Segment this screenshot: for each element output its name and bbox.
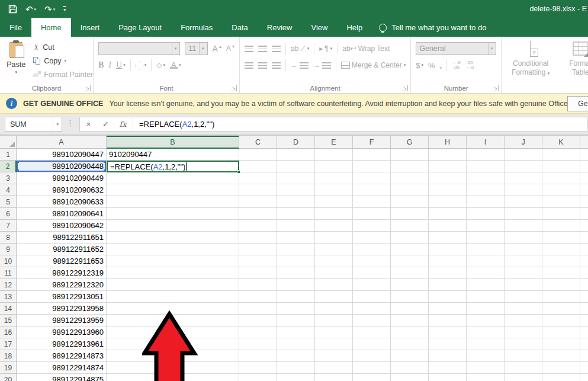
cell-H3[interactable]	[429, 172, 467, 184]
cell-K11[interactable]	[542, 267, 580, 279]
cell-F11[interactable]	[353, 267, 391, 279]
bold-button[interactable]: B	[98, 60, 104, 70]
row-header-2[interactable]: 2	[0, 161, 17, 172]
cell-H5[interactable]	[429, 196, 467, 208]
cell-H4[interactable]	[429, 184, 467, 196]
cell-J13[interactable]	[505, 291, 542, 303]
cell-H9[interactable]	[429, 244, 467, 255]
conditional-formatting-button[interactable]: ≠ Conditional Formatting ▾	[507, 40, 554, 93]
cell-F10[interactable]	[353, 255, 391, 267]
cell-E17[interactable]	[315, 338, 353, 350]
column-header-E[interactable]: E	[315, 136, 353, 149]
cell-A13[interactable]: 989122913051	[17, 291, 107, 303]
cell-I20[interactable]	[467, 374, 505, 381]
orientation-button[interactable]: ab⟋▾	[291, 44, 309, 53]
cell-H1[interactable]	[429, 149, 467, 161]
top-align-icon[interactable]	[245, 46, 253, 52]
cell-G8[interactable]	[391, 232, 429, 244]
cell-B5[interactable]	[107, 196, 239, 208]
number-format-select[interactable]: General▾	[416, 42, 496, 55]
increase-indent-button[interactable]: →	[313, 61, 331, 69]
cell-D16[interactable]	[277, 326, 315, 338]
cancel-icon[interactable]: ×	[80, 120, 97, 129]
cell-H11[interactable]	[429, 267, 467, 279]
cell-G20[interactable]	[391, 374, 429, 381]
cell-G1[interactable]	[391, 149, 429, 161]
cell-B12[interactable]	[107, 279, 239, 291]
cell-E5[interactable]	[315, 196, 353, 208]
cell-E18[interactable]	[315, 350, 353, 362]
tab-review[interactable]: Review	[258, 18, 302, 37]
grow-font-button[interactable]: A▴	[213, 44, 221, 53]
cell-F8[interactable]	[353, 232, 391, 244]
cell-C11[interactable]	[239, 267, 277, 279]
cell-B7[interactable]	[107, 220, 239, 232]
cell-E8[interactable]	[315, 232, 353, 244]
cell-B1[interactable]: 9102090447	[107, 149, 239, 161]
cell-J8[interactable]	[505, 232, 542, 244]
cell-J9[interactable]	[505, 244, 542, 255]
cell-D8[interactable]	[277, 232, 315, 244]
tab-view[interactable]: View	[301, 18, 337, 37]
cell-J12[interactable]	[505, 279, 542, 291]
cell-I7[interactable]	[467, 220, 505, 232]
row-header-10[interactable]: 10	[0, 255, 17, 267]
cell-B2[interactable]: =REPLACE(A2,1,2,"")	[107, 161, 239, 172]
cell-B8[interactable]	[107, 232, 239, 244]
cell-C20[interactable]	[239, 374, 277, 381]
tab-formulas[interactable]: Formulas	[171, 18, 222, 37]
cell-H2[interactable]	[429, 161, 467, 172]
row-header-11[interactable]: 11	[0, 267, 17, 279]
cell-J14[interactable]	[505, 303, 542, 315]
cell-H18[interactable]	[429, 350, 467, 362]
cell-D20[interactable]	[277, 374, 315, 381]
cell-D14[interactable]	[277, 303, 315, 315]
increase-decimal-button[interactable]: ←.0.00	[452, 60, 461, 70]
cell-A4[interactable]: 989102090632	[17, 184, 107, 196]
cell-C13[interactable]	[239, 291, 277, 303]
cell-A2[interactable]: 989102090448	[17, 161, 107, 172]
cell-J17[interactable]	[505, 338, 542, 350]
cell-H12[interactable]	[429, 279, 467, 291]
cell-C9[interactable]	[239, 244, 277, 255]
row-header-12[interactable]: 12	[0, 279, 17, 291]
cell-B3[interactable]	[107, 172, 239, 184]
cell-J15[interactable]	[505, 315, 542, 326]
cell-G15[interactable]	[391, 315, 429, 326]
cell-C2[interactable]	[239, 161, 277, 172]
fill-color-button[interactable]: ◇▾	[156, 61, 165, 69]
cell-J5[interactable]	[505, 196, 542, 208]
cell-F12[interactable]	[353, 279, 391, 291]
column-header-H[interactable]: H	[429, 136, 467, 149]
cell-H16[interactable]	[429, 326, 467, 338]
row-header-15[interactable]: 15	[0, 315, 17, 326]
cell-K1[interactable]	[542, 149, 580, 161]
cell-J11[interactable]	[505, 267, 542, 279]
cell-A12[interactable]: 989122912320	[17, 279, 107, 291]
text-direction-button[interactable]: ▸¶▾	[319, 44, 332, 53]
cell-J3[interactable]	[505, 172, 542, 184]
cell-K9[interactable]	[542, 244, 580, 255]
cell-D4[interactable]	[277, 184, 315, 196]
column-header-A[interactable]: A	[17, 136, 107, 149]
cell-J7[interactable]	[505, 220, 542, 232]
cell-F1[interactable]	[353, 149, 391, 161]
cell-I4[interactable]	[467, 184, 505, 196]
cell-G10[interactable]	[391, 255, 429, 267]
cell-H8[interactable]	[429, 232, 467, 244]
cell-I3[interactable]	[467, 172, 505, 184]
row-header-16[interactable]: 16	[0, 326, 17, 338]
cell-A16[interactable]: 989122913960	[17, 326, 107, 338]
insert-function-icon[interactable]: fx	[114, 120, 131, 129]
middle-align-icon[interactable]	[258, 46, 267, 52]
cell-A17[interactable]: 989122913961	[17, 338, 107, 350]
accounting-format-button[interactable]: $▾	[416, 61, 423, 70]
cell-H14[interactable]	[429, 303, 467, 315]
cell-G3[interactable]	[391, 172, 429, 184]
cell-C5[interactable]	[239, 196, 277, 208]
cell-A15[interactable]: 989122913959	[17, 315, 107, 326]
cell-K19[interactable]	[542, 362, 580, 374]
cell-G16[interactable]	[391, 326, 429, 338]
cell-G2[interactable]	[391, 161, 429, 172]
cell-I2[interactable]	[467, 161, 505, 172]
